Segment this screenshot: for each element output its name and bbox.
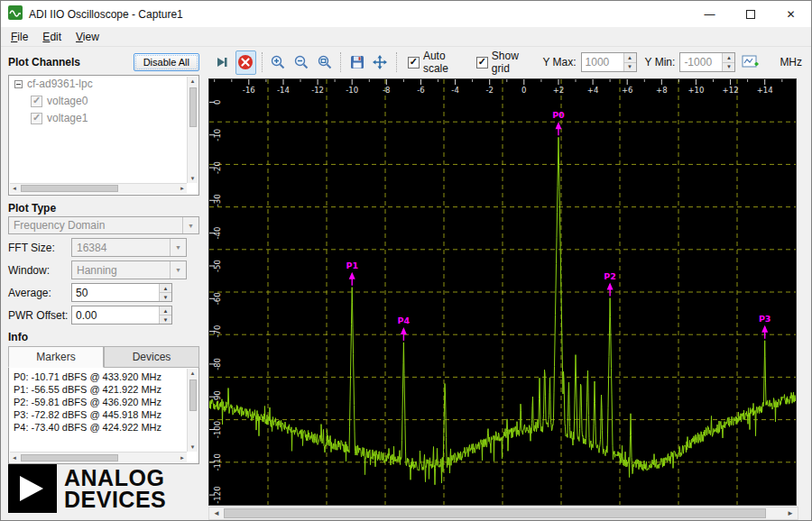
svg-text:-110: -110 <box>213 453 222 471</box>
spin-up-icon[interactable]: ▲ <box>160 284 171 293</box>
y-max-stepper: ▲▼ <box>581 52 637 72</box>
disable-all-button[interactable]: Disable All <box>134 53 199 71</box>
tree-channel-row-voltage1[interactable]: voltage1 <box>9 110 198 127</box>
plot-toolbar: Auto scale Show grid Y Max: ▲▼ Y Min: ▲▼ <box>207 47 812 78</box>
spectrum-plot[interactable]: -16-14-12-10-8-6-4-20+2+4+6+8+10+12+140-… <box>209 79 796 505</box>
svg-text:-20: -20 <box>213 161 222 174</box>
spin-down-icon[interactable]: ▼ <box>160 315 171 324</box>
plot-type-select[interactable]: Frequency Domain ▼ <box>8 216 199 235</box>
logo-line2: DEVICES <box>64 489 166 510</box>
spin-up-icon[interactable]: ▲ <box>160 306 171 315</box>
menubar: File Edit View <box>1 27 811 47</box>
tree-device-row[interactable]: cf-ad9361-lpc <box>9 76 198 93</box>
svg-text:-16: -16 <box>243 86 255 95</box>
scroll-thumb[interactable] <box>189 87 197 128</box>
scroll-thumb[interactable] <box>224 508 767 518</box>
svg-text:0: 0 <box>213 100 222 105</box>
spin-down-icon[interactable]: ▼ <box>723 63 734 72</box>
zoom-fit-icon[interactable] <box>314 50 335 75</box>
window-controls: — ✕ <box>689 1 811 27</box>
svg-text:+6: +6 <box>622 86 633 95</box>
capture-stop-icon <box>237 54 254 70</box>
menu-file[interactable]: File <box>4 29 35 45</box>
minimize-button[interactable]: — <box>689 1 730 27</box>
pwr-offset-input[interactable] <box>72 306 159 324</box>
menu-view[interactable]: View <box>69 29 106 45</box>
scroll-down-icon[interactable]: ▼ <box>190 174 196 183</box>
toolbar-separator <box>262 52 263 72</box>
scroll-right-icon[interactable]: ► <box>178 455 187 461</box>
spin-up-icon[interactable]: ▲ <box>624 53 636 63</box>
spin-down-icon[interactable]: ▼ <box>624 63 636 72</box>
capture-stop-button[interactable] <box>235 50 256 75</box>
scroll-right-icon[interactable]: ► <box>783 509 798 517</box>
save-icon[interactable] <box>346 50 367 75</box>
new-plot-icon[interactable] <box>738 50 762 75</box>
y-min-label: Y Min: <box>645 56 676 69</box>
scroll-right-icon[interactable]: ► <box>178 186 187 191</box>
markers-horizontal-scrollbar[interactable]: ◄► <box>10 452 187 462</box>
svg-text:+8: +8 <box>656 86 668 95</box>
scroll-thumb[interactable] <box>21 185 118 192</box>
info-tabs: Markers Devices <box>8 346 199 368</box>
close-button[interactable]: ✕ <box>770 1 811 27</box>
average-label: Average: <box>8 287 71 299</box>
show-grid-checkbox[interactable] <box>476 57 488 69</box>
plot-panel: Auto scale Show grid Y Max: ▲▼ Y Min: ▲▼ <box>207 47 812 520</box>
svg-text:+2: +2 <box>553 86 565 95</box>
zoom-out-icon[interactable] <box>291 50 312 75</box>
tree-channel-row-voltage0[interactable]: voltage0 <box>9 93 198 110</box>
scroll-thumb[interactable] <box>21 454 118 462</box>
voltage0-checkbox[interactable] <box>31 96 42 107</box>
y-max-input[interactable] <box>582 53 623 71</box>
tab-markers[interactable]: Markers <box>8 346 104 368</box>
markers-vertical-scrollbar[interactable]: ▲▼ <box>187 369 198 452</box>
auto-scale-checkbox[interactable] <box>408 57 420 69</box>
svg-text:-14: -14 <box>277 86 290 95</box>
pan-icon[interactable] <box>370 50 391 75</box>
menu-edit[interactable]: Edit <box>35 29 69 45</box>
scroll-down-icon[interactable]: ▼ <box>190 443 196 452</box>
svg-text:0: 0 <box>521 86 526 95</box>
svg-text:P2: P2 <box>604 271 616 281</box>
window-value: Hanning <box>77 264 117 277</box>
voltage1-checkbox[interactable] <box>31 113 42 124</box>
svg-text:-6: -6 <box>417 86 424 95</box>
plot-horizontal-scrollbar[interactable]: ◄ ► <box>208 507 798 520</box>
y-min-input[interactable] <box>680 53 722 71</box>
scroll-up-icon[interactable]: ▲ <box>190 369 196 378</box>
svg-text:P0: P0 <box>552 110 565 120</box>
marker-line-p4: P4: -73.40 dBFS @ 424.922 MHz <box>14 421 186 434</box>
scroll-left-icon[interactable]: ◄ <box>10 186 19 191</box>
scroll-left-icon[interactable]: ◄ <box>209 509 224 517</box>
collapse-icon[interactable] <box>14 80 23 88</box>
maximize-button[interactable] <box>730 1 770 27</box>
svg-text:-4: -4 <box>451 86 458 95</box>
skip-forward-icon[interactable] <box>212 50 233 75</box>
svg-text:+4: +4 <box>587 86 599 95</box>
tree-horizontal-scrollbar[interactable]: ◄► <box>10 183 187 194</box>
scroll-up-icon[interactable]: ▲ <box>190 77 196 86</box>
svg-text:-10: -10 <box>346 86 358 95</box>
pwr-offset-label: PWR Offset: <box>8 309 71 322</box>
spin-up-icon[interactable]: ▲ <box>723 53 734 63</box>
plot-channels-title: Plot Channels <box>8 56 80 69</box>
zoom-in-icon[interactable] <box>268 50 289 75</box>
plot-type-value: Frequency Domain <box>14 219 105 232</box>
plot-area[interactable]: -16-14-12-10-8-6-4-20+2+4+6+8+10+12+140-… <box>208 78 797 506</box>
auto-scale-toggle[interactable]: Auto scale <box>408 50 463 75</box>
scroll-left-icon[interactable]: ◄ <box>10 455 19 461</box>
tab-devices[interactable]: Devices <box>104 346 199 368</box>
scroll-thumb[interactable] <box>189 379 197 411</box>
tree-vertical-scrollbar[interactable]: ▲▼ <box>187 77 198 183</box>
show-grid-toggle[interactable]: Show grid <box>476 50 530 75</box>
marker-line-p0: P0: -10.71 dBFS @ 433.920 MHz <box>14 370 186 383</box>
svg-text:+10: +10 <box>687 86 704 95</box>
fft-size-value: 16384 <box>77 242 106 254</box>
window-select[interactable]: Hanning ▼ <box>71 260 187 279</box>
left-panel: Plot Channels Disable All cf-ad9361-lpc … <box>1 47 207 520</box>
fft-size-select[interactable]: 16384 ▼ <box>71 238 187 257</box>
spin-down-icon[interactable]: ▼ <box>160 293 171 301</box>
average-input[interactable] <box>72 284 159 301</box>
scroll-track[interactable] <box>224 507 783 519</box>
